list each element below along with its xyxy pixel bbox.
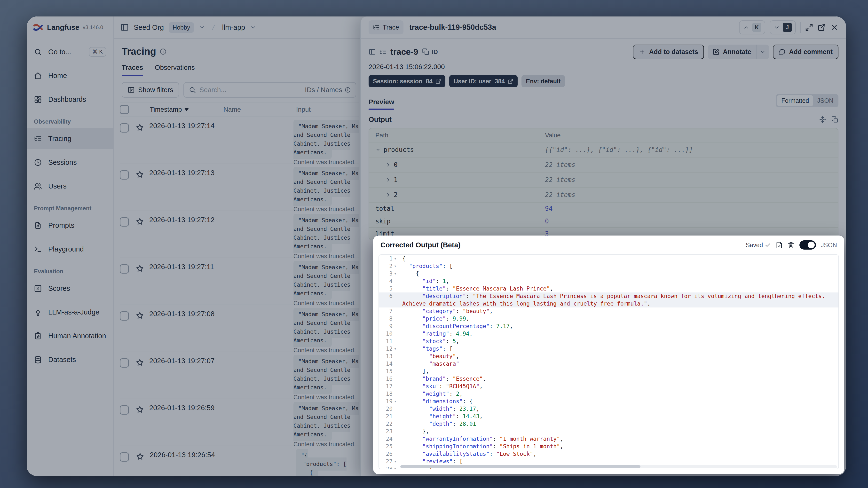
editor-line-16: 16 "brand": "Essence",	[379, 375, 838, 383]
editor-line-20: 20 "width": 23.17,	[379, 405, 838, 413]
editor-gutter: 28▾	[379, 465, 399, 469]
editor-gutter: 23	[379, 428, 399, 435]
editor-line-23: 23 },	[379, 428, 838, 435]
editor-gutter: 10	[379, 330, 399, 338]
saved-status: Saved	[746, 242, 771, 249]
editor-gutter: 21	[379, 413, 399, 420]
fold-icon[interactable]: ▾	[393, 255, 398, 263]
check-icon	[765, 242, 771, 248]
editor-gutter: 12▾	[379, 345, 399, 353]
editor-line-6: 6 "description": "The Essence Mascara La…	[379, 293, 838, 307]
editor-gutter: 15	[379, 368, 399, 375]
editor-gutter: 2▾	[379, 263, 399, 270]
editor-line-13: 13 "beauty",	[379, 353, 838, 360]
editor-gutter: 19▾	[379, 398, 399, 405]
fold-icon[interactable]: ▾	[393, 345, 398, 353]
app-window: Langfuse v3.146.0 Go to...⌘ KHomeDashboa…	[27, 17, 846, 476]
editor-gutter: 25	[379, 443, 399, 450]
editor-line-10: 10 "rating": 4.94,	[379, 330, 838, 338]
json-editor[interactable]: 1▾{2▾ "products": [3▾ {4 "id": 1,5 "titl…	[378, 254, 839, 469]
editor-gutter: 5	[379, 285, 399, 293]
editor-line-1: 1▾{	[379, 255, 838, 263]
editor-gutter: 7	[379, 307, 399, 315]
editor-gutter: 6	[379, 293, 399, 307]
editor-gutter: 18	[379, 390, 399, 398]
save-file-icon[interactable]	[776, 242, 783, 249]
corrected-output-title: Corrected Output (Beta)	[380, 241, 460, 249]
editor-line-5: 5 "title": "Essence Mascara Lash Prince"…	[379, 285, 838, 293]
editor-line-9: 9 "discountPercentage": 7.17,	[379, 323, 838, 330]
json-toggle[interactable]	[799, 240, 816, 250]
editor-line-24: 24 "warrantyInformation": "1 month warra…	[379, 435, 838, 443]
scrollbar-thumb[interactable]	[400, 465, 641, 468]
saved-label: Saved	[746, 242, 763, 249]
editor-gutter: 17	[379, 383, 399, 390]
editor-line-15: 15 ],	[379, 368, 838, 375]
json-toggle-label: JSON	[821, 242, 837, 249]
editor-line-4: 4 "id": 1,	[379, 277, 838, 285]
editor-line-26: 26 "availabilityStatus": "Low Stock",	[379, 450, 838, 458]
fold-icon[interactable]: ▾	[393, 465, 398, 469]
editor-gutter: 4	[379, 277, 399, 285]
editor-gutter: 16	[379, 375, 399, 383]
editor-gutter: 9	[379, 323, 399, 330]
horizontal-scrollbar[interactable]	[400, 465, 837, 468]
editor-gutter: 11	[379, 338, 399, 345]
editor-gutter: 3▾	[379, 270, 399, 277]
editor-line-27: 27▾ "reviews": [	[379, 458, 838, 465]
editor-gutter: 1▾	[379, 255, 399, 263]
editor-gutter: 24	[379, 435, 399, 443]
editor-gutter: 13	[379, 353, 399, 360]
trash-icon[interactable]	[787, 242, 795, 249]
editor-line-21: 21 "height": 14.43,	[379, 413, 838, 420]
editor-gutter: 27▾	[379, 458, 399, 465]
editor-line-22: 22 "depth": 28.01	[379, 420, 838, 428]
fold-icon[interactable]: ▾	[393, 263, 398, 270]
editor-line-18: 18 "weight": 2,	[379, 390, 838, 398]
fold-icon[interactable]: ▾	[393, 458, 398, 465]
editor-gutter: 8	[379, 315, 399, 323]
corrected-output-header: Corrected Output (Beta) Saved JSON	[373, 236, 844, 254]
editor-lines: 1▾{2▾ "products": [3▾ {4 "id": 1,5 "titl…	[379, 255, 838, 469]
editor-line-7: 7 "category": "beauty",	[379, 307, 838, 315]
editor-line-2: 2▾ "products": [	[379, 263, 838, 270]
fold-icon[interactable]: ▾	[393, 398, 398, 405]
editor-gutter: 14	[379, 360, 399, 368]
editor-gutter: 26	[379, 450, 399, 458]
editor-line-11: 11 "stock": 5,	[379, 338, 838, 345]
editor-line-3: 3▾ {	[379, 270, 838, 277]
editor-line-14: 14 "mascara"	[379, 360, 838, 368]
fold-icon[interactable]: ▾	[393, 270, 398, 277]
editor-line-19: 19▾ "dimensions": {	[379, 398, 838, 405]
editor-line-8: 8 "price": 9.99,	[379, 315, 838, 323]
editor-line-25: 25 "shippingInformation": "Ships in 1 mo…	[379, 443, 838, 450]
editor-gutter: 22	[379, 420, 399, 428]
editor-gutter: 20	[379, 405, 399, 413]
toggle-knob	[808, 242, 815, 248]
editor-line-12: 12▾ "tags": [	[379, 345, 838, 353]
corrected-output-card: Corrected Output (Beta) Saved JSON 1▾{2▾…	[373, 236, 844, 474]
editor-line-17: 17 "sku": "RCH45Q1A",	[379, 383, 838, 390]
